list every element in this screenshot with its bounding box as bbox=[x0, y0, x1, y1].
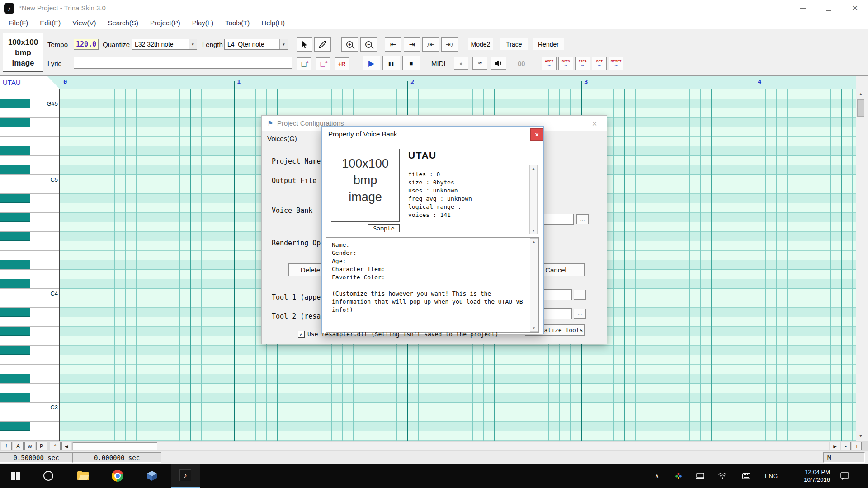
piano-key[interactable]: C4 bbox=[0, 289, 60, 298]
voicebank-thumbnail[interactable]: 100x100bmpimage bbox=[3, 33, 43, 72]
menu-filef[interactable]: File(F) bbox=[3, 19, 34, 27]
mini-button-a[interactable]: A bbox=[13, 442, 24, 450]
zoom-out-button[interactable]: − bbox=[360, 37, 377, 52]
piano-key[interactable] bbox=[0, 213, 60, 222]
zoom-in-button[interactable]: + bbox=[341, 37, 358, 52]
play-button[interactable]: ▶ bbox=[363, 56, 380, 70]
scroll-down-button[interactable]: ▼ bbox=[530, 325, 538, 331]
quantize-dropdown[interactable]: L32 32th note ▼ bbox=[132, 39, 197, 50]
vertical-scroll-thumb[interactable] bbox=[857, 99, 864, 117]
scroll-down-button[interactable]: ▼ bbox=[856, 432, 865, 441]
piano-key[interactable]: C5 bbox=[0, 175, 60, 184]
close-icon[interactable]: × bbox=[585, 117, 604, 130]
mini-button-w[interactable]: w bbox=[24, 442, 35, 450]
vertical-scrollbar[interactable]: ▲ ▼ bbox=[856, 89, 865, 441]
go-to-start-button[interactable]: ⇤ bbox=[385, 37, 401, 52]
horizontal-scroll-thumb[interactable] bbox=[73, 442, 157, 450]
menu-playl[interactable]: Play(L) bbox=[186, 19, 220, 27]
menu-searchs[interactable]: Search(S) bbox=[102, 19, 144, 27]
close-button[interactable]: × bbox=[530, 128, 543, 141]
network-button[interactable] bbox=[716, 464, 729, 488]
piano-key[interactable] bbox=[0, 317, 60, 327]
file-explorer-button[interactable] bbox=[69, 464, 98, 488]
piano-key[interactable] bbox=[0, 118, 60, 127]
mode2-button[interactable]: Mode2 bbox=[468, 38, 493, 50]
piano-key[interactable] bbox=[0, 298, 60, 308]
scroll-down-button[interactable]: ▼ bbox=[530, 227, 537, 234]
clock[interactable]: 12:04 PM 10/7/2016 bbox=[785, 468, 830, 483]
menu-toolst[interactable]: Tools(T) bbox=[219, 19, 255, 27]
piano-key[interactable] bbox=[0, 336, 60, 346]
mini-button-p[interactable]: P bbox=[36, 442, 47, 450]
piano-key[interactable] bbox=[0, 137, 60, 146]
touch-keyboard-button[interactable] bbox=[740, 464, 753, 488]
length-dropdown[interactable]: L4 Qter note ▼ bbox=[224, 39, 288, 50]
cortana-button[interactable] bbox=[34, 464, 63, 488]
insert-rest-button[interactable]: ▤+ bbox=[316, 57, 330, 70]
mini-button-x[interactable]: ^ bbox=[50, 442, 61, 450]
piano-key[interactable] bbox=[0, 184, 60, 194]
go-to-end-button[interactable]: ⇥ bbox=[404, 37, 420, 52]
piano-key[interactable] bbox=[0, 222, 60, 232]
piano-key[interactable] bbox=[0, 308, 60, 317]
piano-key[interactable] bbox=[0, 232, 60, 241]
battery-button[interactable] bbox=[693, 464, 707, 488]
plugin-button-reset[interactable]: RESET≈ bbox=[609, 57, 623, 70]
menu-projectp[interactable]: Project(P) bbox=[144, 19, 186, 27]
plugin-button-d2p3[interactable]: D2P3≈ bbox=[558, 57, 573, 70]
start-button[interactable] bbox=[1, 464, 30, 488]
piano-key[interactable] bbox=[0, 260, 60, 270]
piano-key[interactable] bbox=[0, 431, 60, 441]
close-button[interactable]: ✕ bbox=[842, 0, 868, 17]
vibrato-button[interactable]: ≈ bbox=[472, 57, 487, 70]
language-button[interactable]: ENG bbox=[762, 464, 780, 488]
zoom-minus-button[interactable]: - bbox=[841, 442, 851, 450]
piano-key[interactable] bbox=[0, 393, 60, 403]
piano-key[interactable] bbox=[0, 270, 60, 279]
stop-button[interactable]: ■ bbox=[402, 56, 420, 70]
dialog-title-bar[interactable]: Property of Voice Bank bbox=[322, 127, 543, 142]
lyric-input[interactable] bbox=[74, 57, 292, 69]
piano-key[interactable] bbox=[0, 327, 60, 336]
info-scrollbar[interactable]: ▲ ▼ bbox=[529, 165, 538, 234]
trace-button[interactable]: Trace bbox=[500, 38, 528, 50]
plugin-button-p1p4[interactable]: P1P4≈ bbox=[575, 57, 590, 70]
menu-edite[interactable]: Edit(E) bbox=[34, 19, 66, 27]
piano-key[interactable] bbox=[0, 279, 60, 289]
piano-key[interactable] bbox=[0, 165, 60, 175]
piano-key[interactable] bbox=[0, 412, 60, 422]
pause-button[interactable]: ▮▮ bbox=[382, 56, 400, 70]
zoom-plus-button[interactable]: + bbox=[852, 442, 862, 450]
resampler-checkbox[interactable]: ✓ bbox=[298, 331, 305, 338]
tempo-value[interactable]: 120.0 bbox=[74, 39, 99, 50]
voicebank-description-box[interactable]: Name:Gender:Age:Character Item:Favorite … bbox=[326, 237, 539, 333]
piano-key[interactable] bbox=[0, 346, 60, 355]
insert-note-button[interactable]: ▤+ bbox=[297, 57, 311, 70]
scroll-right-button[interactable]: ► bbox=[830, 442, 840, 450]
piano-key[interactable] bbox=[0, 365, 60, 374]
speaker-button[interactable] bbox=[491, 57, 506, 70]
record-button[interactable]: ● bbox=[454, 57, 468, 70]
measure-ruler[interactable]: 01234 bbox=[0, 76, 856, 89]
piano-key[interactable] bbox=[0, 156, 60, 165]
piano-key[interactable] bbox=[0, 422, 60, 431]
scroll-up-button[interactable]: ▲ bbox=[530, 165, 537, 172]
piano-key[interactable] bbox=[0, 89, 60, 99]
piano-key[interactable] bbox=[0, 203, 60, 213]
piano-key[interactable] bbox=[0, 146, 60, 156]
maximize-button[interactable] bbox=[816, 0, 842, 17]
menu-viewv[interactable]: View(V) bbox=[66, 19, 102, 27]
tool1-browse-button[interactable]: ... bbox=[574, 290, 586, 300]
chrome-button[interactable] bbox=[103, 464, 132, 488]
tool2-browse-button[interactable]: ... bbox=[574, 309, 586, 319]
piano-key[interactable] bbox=[0, 127, 60, 137]
piano-key[interactable] bbox=[0, 251, 60, 260]
minimize-button[interactable] bbox=[789, 0, 816, 17]
piano-key[interactable] bbox=[0, 374, 60, 384]
pencil-tool-button[interactable] bbox=[314, 37, 331, 52]
voicebank-browse-button[interactable]: ... bbox=[576, 214, 589, 224]
piano-key[interactable] bbox=[0, 194, 60, 203]
piano-key[interactable]: G#5 bbox=[0, 99, 60, 108]
chevron-down-icon[interactable]: ▼ bbox=[279, 39, 288, 49]
tray-chevron-button[interactable]: ∧ bbox=[650, 464, 664, 488]
